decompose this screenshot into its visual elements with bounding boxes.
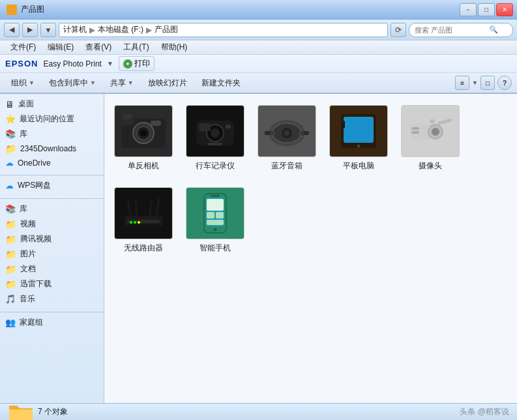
- include-library-label: 包含到库中: [49, 78, 88, 89]
- file-item-speaker[interactable]: 蓝牙音箱: [254, 100, 319, 176]
- toolbar-organize[interactable]: 组织 ▼: [5, 75, 40, 91]
- refresh-button[interactable]: ⟳: [391, 23, 406, 37]
- file-item-tablet[interactable]: 平板电脑: [326, 100, 391, 176]
- toolbar-new-folder[interactable]: 新建文件夹: [196, 75, 246, 91]
- sidebar-item-2345[interactable]: 📁 2345Downloads: [0, 142, 104, 156]
- sidebar-item-recent[interactable]: ⭐ 最近访问的位置: [0, 112, 104, 127]
- svg-point-44: [214, 228, 217, 232]
- sidebar-item-desktop[interactable]: 🖥 桌面: [0, 97, 104, 112]
- sidebar-label-desktop: 桌面: [18, 98, 34, 110]
- cctv-svg: [405, 109, 456, 153]
- svg-rect-46: [207, 199, 224, 211]
- thumb-phone: [186, 187, 244, 239]
- file-item-router[interactable]: 无线路由器: [111, 183, 176, 258]
- file-item-camera[interactable]: 单反相机: [111, 100, 176, 176]
- new-folder-label: 新建文件夹: [201, 78, 241, 89]
- close-button[interactable]: ✕: [496, 3, 513, 16]
- sidebar-label-lib2: 库: [20, 203, 27, 215]
- back-button[interactable]: ◀: [4, 23, 20, 37]
- speaker-svg: [261, 109, 312, 153]
- tencent-video-icon: 📁: [5, 234, 16, 245]
- menu-bar: 文件(F) 编辑(E) 查看(V) 工具(T) 帮助(H): [0, 40, 517, 55]
- svg-rect-22: [344, 117, 374, 143]
- thumb-tablet: [329, 105, 388, 157]
- file-item-cctv[interactable]: 摄像头: [398, 100, 463, 176]
- sidebar-label-recent: 最近访问的位置: [20, 113, 74, 125]
- sidebar-item-wps[interactable]: ☁ WPS网盘: [0, 178, 104, 193]
- help-button[interactable]: ?: [497, 76, 512, 90]
- view-dropdown-arrow[interactable]: ▼: [472, 80, 478, 86]
- sidebar-label-tencent-video: 腾讯视频: [20, 233, 52, 245]
- toolbar-right: ≡ ▼ □ ?: [455, 76, 512, 90]
- router-svg: [118, 191, 169, 235]
- search-box[interactable]: 🔍: [409, 23, 513, 37]
- menu-edit[interactable]: 编辑(E): [42, 40, 79, 54]
- homegroup-icon: 👥: [5, 318, 16, 327]
- menu-file[interactable]: 文件(F): [5, 40, 41, 54]
- toolbar-slideshow[interactable]: 放映幻灯片: [142, 75, 193, 91]
- epson-logo: EPSON: [5, 59, 38, 68]
- video-icon: 📁: [5, 219, 16, 230]
- sidebar-item-music[interactable]: 🎵 音乐: [0, 292, 104, 307]
- library-icon: 📚: [5, 129, 16, 139]
- file-item-phone[interactable]: 智能手机: [183, 183, 248, 258]
- sidebar: 🖥 桌面 ⭐ 最近访问的位置 📚 库 📁 2345Downloads ☁ One…: [0, 94, 104, 403]
- watermark: 头条 @稻客说: [460, 406, 509, 417]
- slideshow-label: 放映幻灯片: [148, 78, 187, 89]
- share-label: 共享: [110, 78, 126, 89]
- sidebar-item-documents[interactable]: 📁 文档: [0, 262, 104, 277]
- sidebar-item-lib2[interactable]: 📚 库: [0, 202, 104, 217]
- svg-line-36: [150, 200, 151, 216]
- svg-line-35: [136, 200, 137, 216]
- toolbar-share[interactable]: 共享 ▼: [104, 75, 140, 91]
- status-bar: 7 个对象 头条 @稻客说: [0, 403, 517, 420]
- svg-rect-41: [127, 224, 160, 226]
- svg-rect-45: [211, 195, 220, 197]
- sidebar-item-thunder[interactable]: 📁 迅雷下载: [0, 277, 104, 292]
- view-toggle-button[interactable]: □: [480, 76, 495, 90]
- file-label-camera: 单反相机: [128, 160, 159, 172]
- sidebar-item-onedrive[interactable]: ☁ OneDrive: [0, 156, 104, 170]
- file-label-phone: 智能手机: [199, 243, 231, 254]
- camera-svg: [118, 109, 169, 153]
- folder-large-icon: [8, 400, 34, 421]
- file-label-dashcam: 行车记录仪: [196, 160, 235, 172]
- minimize-button[interactable]: －: [460, 3, 477, 16]
- file-item-dashcam[interactable]: 行车记录仪: [183, 100, 248, 176]
- sidebar-item-library[interactable]: 📚 库: [0, 127, 104, 142]
- sidebar-label-documents: 文档: [20, 263, 36, 275]
- sidebar-label-thunder: 迅雷下载: [20, 278, 52, 290]
- share-arrow: ▼: [128, 80, 134, 86]
- sidebar-item-homegroup[interactable]: 👥 家庭组: [0, 315, 104, 330]
- maximize-button[interactable]: □: [478, 3, 495, 16]
- file-label-router: 无线路由器: [124, 243, 163, 254]
- sidebar-item-tencent-video[interactable]: 📁 腾讯视频: [0, 232, 104, 247]
- thumb-cctv: [401, 105, 460, 157]
- address-path[interactable]: 计算机 ▶ 本地磁盘 (F:) ▶ 产品图: [59, 23, 388, 37]
- wps-icon: ☁: [5, 181, 14, 190]
- folder-icon: [7, 5, 17, 15]
- forward-button[interactable]: ▶: [22, 23, 38, 37]
- organize-label: 组织: [11, 78, 27, 89]
- menu-view[interactable]: 查看(V): [80, 40, 117, 54]
- sidebar-item-pictures[interactable]: 📁 图片: [0, 247, 104, 262]
- view-mode-button[interactable]: ≡: [455, 76, 469, 90]
- sidebar-label-2345: 2345Downloads: [20, 144, 76, 153]
- print-button[interactable]: ● 打印: [119, 56, 155, 71]
- sidebar-item-video[interactable]: 📁 视频: [0, 217, 104, 232]
- toolbar-include-library[interactable]: 包含到库中 ▼: [43, 75, 102, 91]
- thumb-camera: [114, 105, 173, 157]
- svg-rect-12: [208, 143, 222, 145]
- path-folder: 产品图: [155, 24, 178, 35]
- toolbar: 组织 ▼ 包含到库中 ▼ 共享 ▼ 放映幻灯片 新建文件夹 ≡ ▼ □ ?: [0, 73, 517, 94]
- menu-help[interactable]: 帮助(H): [156, 40, 193, 54]
- epson-dropdown[interactable]: ▼: [107, 60, 113, 67]
- pictures-icon: 📁: [5, 249, 16, 260]
- dropdown-button[interactable]: ▼: [40, 23, 56, 37]
- path-computer: 计算机: [63, 24, 87, 35]
- menu-tools[interactable]: 工具(T): [118, 40, 154, 54]
- svg-point-27: [432, 128, 439, 136]
- file-label-cctv: 摄像头: [419, 160, 442, 172]
- search-input[interactable]: [415, 26, 486, 34]
- main-area: 🖥 桌面 ⭐ 最近访问的位置 📚 库 📁 2345Downloads ☁ One…: [0, 94, 517, 403]
